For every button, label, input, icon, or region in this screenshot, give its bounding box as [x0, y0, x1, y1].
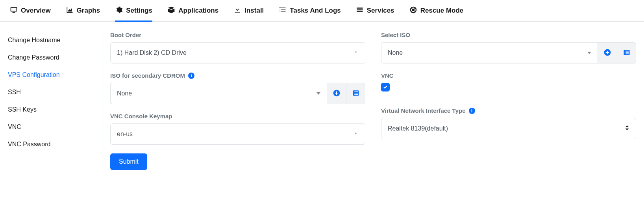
tab-label: Applications [178, 7, 218, 15]
info-icon[interactable]: i [188, 73, 194, 79]
tab-services[interactable]: Services [356, 0, 394, 21]
select-iso-label: Select ISO [381, 32, 636, 38]
iso-secondary-select[interactable]: None [110, 83, 327, 104]
vnic-type-value: Realtek 8139(default) [388, 125, 448, 132]
sidebar-item-change-password[interactable]: Change Password [8, 49, 94, 66]
sidebar-item-ssh[interactable]: SSH [8, 84, 94, 101]
add-iso-button[interactable] [598, 43, 617, 63]
vnc-keymap-select[interactable]: en-us [110, 123, 365, 145]
tab-graphs[interactable]: Graphs [66, 0, 100, 21]
tab-settings[interactable]: Settings [115, 0, 152, 21]
select-iso-value: None [388, 49, 403, 56]
vnc-checkbox[interactable] [381, 83, 390, 91]
form-area: Boot Order 1) Hard Disk 2) CD Drive ISO … [102, 32, 644, 170]
settings-sidebar: Change Hostname Change Password VPS Conf… [0, 32, 102, 170]
field-vnic-type: Virtual Network Interface Type i Realtek… [381, 107, 636, 139]
tab-applications[interactable]: Applications [167, 0, 218, 21]
left-column: Boot Order 1) Hard Disk 2) CD Drive ISO … [110, 32, 365, 170]
list-iso-button[interactable] [617, 43, 636, 63]
tab-label: Tasks And Logs [290, 7, 341, 15]
boot-order-value: 1) Hard Disk 2) CD Drive [117, 49, 187, 56]
tab-tasks-logs[interactable]: Tasks And Logs [279, 0, 341, 21]
box-open-icon [167, 6, 175, 16]
vnic-type-label: Virtual Network Interface Type i [381, 107, 636, 114]
monitor-icon [10, 6, 18, 16]
tab-label: Services [367, 7, 394, 15]
select-iso-select[interactable]: None [381, 42, 598, 63]
select-iso-actions [598, 42, 636, 63]
field-iso-secondary: ISO for secondary CDROM i None [110, 72, 365, 104]
plus-circle-icon [333, 89, 341, 98]
tab-overview[interactable]: Overview [10, 0, 51, 21]
content-container: Change Hostname Change Password VPS Conf… [0, 22, 644, 170]
field-boot-order: Boot Order 1) Hard Disk 2) CD Drive [110, 32, 365, 63]
life-ring-icon [409, 6, 417, 16]
info-icon[interactable]: i [469, 108, 475, 114]
chevron-down-icon [353, 131, 359, 138]
tab-label: Rescue Mode [420, 7, 464, 15]
list-icon [352, 89, 360, 98]
iso-secondary-value: None [117, 90, 132, 97]
vnc-keymap-value: en-us [117, 131, 133, 138]
gear-icon [115, 6, 123, 16]
tab-label: Overview [21, 7, 51, 15]
sidebar-item-change-hostname[interactable]: Change Hostname [8, 32, 94, 49]
sidebar-item-ssh-keys[interactable]: SSH Keys [8, 101, 94, 118]
sidebar-item-vps-configuration[interactable]: VPS Configuration [8, 66, 94, 84]
tab-install[interactable]: Install [233, 0, 264, 21]
label-text: Virtual Network Interface Type [381, 107, 466, 114]
label-text: ISO for secondary CDROM [110, 72, 185, 79]
sidebar-item-vnc-password[interactable]: VNC Password [8, 136, 94, 153]
tab-rescue-mode[interactable]: Rescue Mode [409, 0, 464, 21]
iso-secondary-actions [327, 83, 365, 104]
right-column: Select ISO None [381, 32, 636, 170]
tab-label: Graphs [77, 7, 100, 15]
add-iso-secondary-button[interactable] [327, 83, 346, 104]
field-select-iso: Select ISO None [381, 32, 636, 63]
caret-down-icon [316, 90, 320, 97]
sidebar-item-vnc[interactable]: VNC [8, 118, 94, 136]
field-vnc-keymap: VNC Console Keymap en-us [110, 113, 365, 145]
list-icon [623, 49, 631, 58]
chevron-down-icon [353, 49, 359, 56]
chart-area-icon [66, 6, 74, 16]
vnc-keymap-label: VNC Console Keymap [110, 113, 365, 120]
vnc-label: VNC [381, 72, 636, 79]
field-vnc: VNC [381, 72, 636, 91]
boot-order-label: Boot Order [110, 32, 365, 38]
sort-icon [625, 125, 629, 132]
caret-down-icon [587, 49, 591, 56]
main-tabs: Overview Graphs Settings Applications In… [0, 0, 644, 22]
tab-label: Settings [126, 7, 152, 15]
submit-button[interactable]: Submit [110, 153, 147, 170]
boot-order-select[interactable]: 1) Hard Disk 2) CD Drive [110, 42, 365, 63]
iso-secondary-label: ISO for secondary CDROM i [110, 72, 365, 79]
check-icon [383, 85, 388, 90]
tab-label: Install [244, 7, 264, 15]
download-icon [233, 6, 241, 16]
bars-icon [356, 6, 364, 16]
tasks-icon [279, 6, 287, 16]
list-iso-secondary-button[interactable] [346, 83, 365, 104]
plus-circle-icon [603, 49, 611, 58]
vnic-type-select[interactable]: Realtek 8139(default) [381, 118, 636, 139]
